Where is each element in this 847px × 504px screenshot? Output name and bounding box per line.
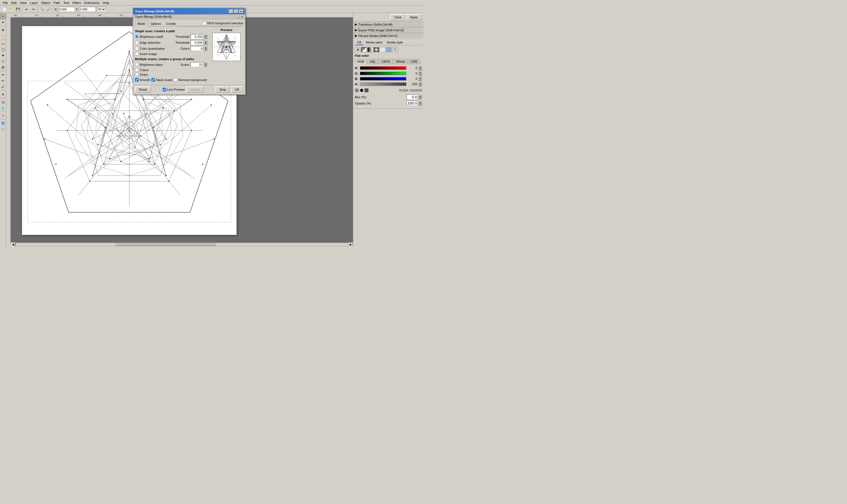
tool-dropper[interactable]: 💧 <box>0 105 6 111</box>
menu-file[interactable]: File <box>1 1 10 5</box>
r-down[interactable]: ▼ <box>418 68 422 70</box>
fill-tab[interactable]: Fill <box>355 40 363 45</box>
blur-spinners[interactable]: ▲ ▼ <box>418 95 422 100</box>
h-scrollthumb[interactable] <box>115 243 215 246</box>
g-up[interactable]: ▲ <box>418 71 422 73</box>
remove-bg-checkbox[interactable] <box>174 78 177 82</box>
menu-filters[interactable]: Filters <box>71 1 83 5</box>
stroke-paint-tab[interactable]: Stroke paint <box>363 40 384 45</box>
threshold-spinners[interactable]: ▲ ▼ <box>204 34 207 39</box>
tool-pencil[interactable]: ✏ <box>0 78 6 84</box>
dialog-maximize[interactable]: □ <box>234 9 238 13</box>
tool-spiral[interactable]: @ <box>0 65 6 70</box>
colors-spinners[interactable]: ▲ ▼ <box>204 46 207 51</box>
tool-star[interactable]: ★ <box>0 53 6 58</box>
edge-radio[interactable] <box>135 41 139 44</box>
tool-spray[interactable]: 🌀 <box>0 120 6 126</box>
paint-radial-btn[interactable] <box>374 47 379 52</box>
tab-credits[interactable]: Credits <box>163 21 178 26</box>
edge-spinners[interactable]: ▲ ▼ <box>204 40 207 45</box>
colors-input[interactable] <box>191 46 203 51</box>
edge-input[interactable] <box>191 40 203 45</box>
color-tab-wheel[interactable]: Wheel <box>394 59 408 64</box>
dialog-minimize[interactable]: − <box>229 9 233 13</box>
paint-none-btn[interactable]: ✕ <box>355 47 361 52</box>
a-up[interactable]: ▲ <box>418 82 422 84</box>
color-tab-hsl[interactable]: HSL <box>367 59 378 64</box>
dialog-dock-btn[interactable]: ✕ <box>240 15 244 18</box>
g-spinners[interactable]: ▲ ▼ <box>418 71 422 76</box>
color-tab-rgb[interactable]: RGB <box>355 59 367 64</box>
scroll-right-btn[interactable]: ▶ <box>348 242 353 246</box>
update-button[interactable]: Update <box>186 86 204 93</box>
a-spinners[interactable]: ▲ ▼ <box>418 82 422 86</box>
a-slider[interactable] <box>360 83 406 86</box>
color-tab-cmyk[interactable]: CMYK <box>379 59 393 64</box>
export-header[interactable]: ▶ Export PNG Image (Shift+Ctrl+E) <box>353 28 424 33</box>
scans-up[interactable]: ▲ <box>204 62 207 65</box>
color-quant-radio[interactable] <box>135 47 139 50</box>
zoom-in-btn[interactable]: 🔍 <box>39 6 45 13</box>
smooth-checkbox[interactable] <box>135 78 139 82</box>
smooth-label[interactable]: Smooth <box>135 78 150 82</box>
stack-label[interactable]: Stack scans <box>151 78 173 82</box>
edge-down[interactable]: ▼ <box>204 43 207 45</box>
menu-extensions[interactable]: Extensions <box>83 1 101 5</box>
g-slider[interactable] <box>360 72 406 75</box>
tool-rect[interactable]: ▭ <box>0 41 6 46</box>
menu-edit[interactable]: Edit <box>10 1 18 5</box>
y-input[interactable] <box>79 7 96 12</box>
stroke-style-tab[interactable]: Stroke style <box>384 40 405 45</box>
g-down[interactable]: ▼ <box>418 73 422 76</box>
b-up[interactable]: ▲ <box>418 76 422 79</box>
menu-view[interactable]: View <box>18 1 29 5</box>
menu-text[interactable]: Text <box>61 1 71 5</box>
tool-eraser[interactable]: ⬚ <box>0 126 6 132</box>
threshold-input[interactable] <box>191 34 203 39</box>
clear-button[interactable]: Clear <box>390 14 406 20</box>
r-up[interactable]: ▲ <box>418 66 422 68</box>
opacity-down[interactable]: ▼ <box>418 103 422 106</box>
apply-button[interactable]: Apply <box>406 14 422 20</box>
tool-connector[interactable]: ⤷ <box>0 113 6 118</box>
tab-options[interactable]: Options <box>148 21 164 26</box>
tool-zoom[interactable]: ⊕ <box>0 27 6 33</box>
tab-mode[interactable]: Mode <box>135 21 148 26</box>
invert-checkbox[interactable] <box>135 52 139 56</box>
menu-path[interactable]: Path <box>52 1 62 5</box>
opacity-input[interactable] <box>407 101 418 106</box>
scroll-left-btn[interactable]: ◀ <box>11 242 15 246</box>
b-slider[interactable] <box>360 77 406 80</box>
tool-text[interactable]: A <box>0 91 6 97</box>
colors-up[interactable]: ▲ <box>204 46 207 49</box>
r-spinners[interactable]: ▲ ▼ <box>418 66 422 70</box>
tool-gradient[interactable]: ◫ <box>0 99 6 105</box>
x-input[interactable] <box>58 7 75 12</box>
thresh-down[interactable]: ▼ <box>204 37 207 39</box>
menu-object[interactable]: Object <box>39 1 52 5</box>
save-btn[interactable]: 💾 <box>15 6 21 13</box>
reset-button[interactable]: Reset <box>135 86 151 93</box>
blur-up[interactable]: ▲ <box>418 95 422 97</box>
tool-calligraphy[interactable]: 🖊 <box>0 84 6 90</box>
opacity-up[interactable]: ▲ <box>418 101 422 103</box>
tool-3d[interactable]: ⬡ <box>0 58 6 64</box>
r-slider[interactable] <box>360 66 406 70</box>
colors-multi-radio[interactable] <box>135 68 139 72</box>
tool-select[interactable]: ↖ <box>0 14 6 19</box>
siox-label[interactable]: SIOX foreground selection <box>202 21 244 25</box>
remove-bg-label[interactable]: Remove background <box>174 78 207 82</box>
undo-btn[interactable]: ↩ <box>23 6 30 13</box>
scans-down[interactable]: ▼ <box>204 65 207 67</box>
menu-layer[interactable]: Layer <box>28 1 39 5</box>
color-tab-cms[interactable]: CMS <box>408 59 420 64</box>
stop-button[interactable]: Stop <box>215 86 230 93</box>
tool-measure[interactable]: 📏 <box>0 33 6 39</box>
edge-up[interactable]: ▲ <box>204 40 207 43</box>
paint-flat-btn[interactable] <box>361 47 367 52</box>
paint-linear-btn[interactable] <box>367 47 373 52</box>
dialog-close[interactable]: ✕ <box>239 9 244 13</box>
live-preview-label[interactable]: Live Preview <box>163 88 185 91</box>
menu-help[interactable]: Help <box>101 1 111 5</box>
new-btn[interactable]: 📄 <box>1 6 7 13</box>
